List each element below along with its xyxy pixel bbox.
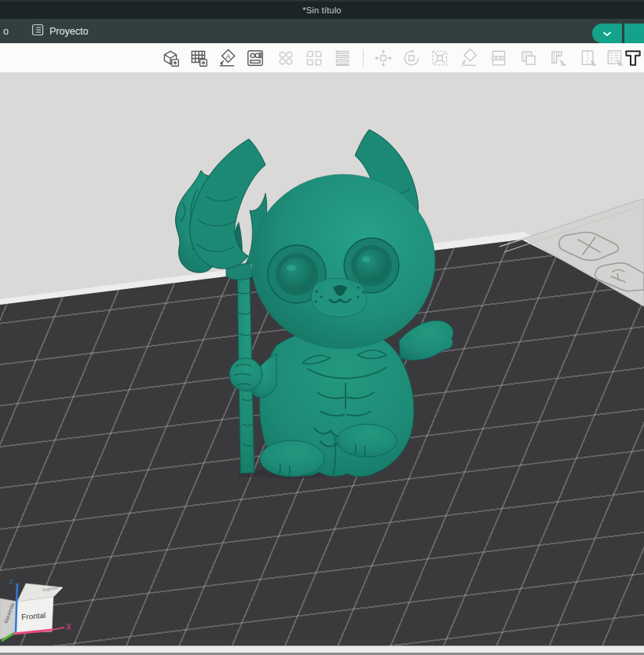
viewport-3d[interactable] <box>0 73 644 655</box>
neighbor-plate[interactable] <box>499 199 644 306</box>
x-axis-line <box>52 628 64 630</box>
chevron-down-icon <box>602 27 612 39</box>
scale-icon[interactable] <box>429 47 451 69</box>
tab-project[interactable]: Proyecto <box>24 19 96 43</box>
svg-text:A: A <box>226 53 231 60</box>
text-tool-icon[interactable] <box>622 47 644 69</box>
slice-action-button[interactable] <box>624 24 644 43</box>
mesh-boolean-icon[interactable] <box>518 47 540 69</box>
x-axis-label: X <box>66 623 71 631</box>
tab-partial-text[interactable]: o <box>3 26 24 37</box>
rotate-icon[interactable] <box>401 47 423 69</box>
move-icon[interactable] <box>372 47 394 69</box>
main-toolbar: A <box>0 43 644 73</box>
slice-split-button <box>592 24 644 43</box>
document-title: *Sin título <box>302 5 341 15</box>
title-bar: *Sin título <box>0 0 644 19</box>
add-plate-icon[interactable] <box>188 47 210 69</box>
tab-bar: o Proyecto <box>0 19 644 43</box>
cut-icon[interactable] <box>488 47 510 69</box>
split-to-objects-icon[interactable] <box>275 47 297 69</box>
seam-paint-icon[interactable] <box>577 47 599 69</box>
slice-dropdown-button[interactable] <box>592 24 622 43</box>
slicer-app-window: *Sin título o Proyecto <box>0 0 644 655</box>
status-strip <box>0 646 644 655</box>
model-demon-chibi[interactable] <box>175 130 453 479</box>
variable-layer-height-icon[interactable] <box>331 47 353 69</box>
add-object-icon[interactable] <box>159 47 181 69</box>
auto-orient-icon[interactable]: A <box>216 47 238 69</box>
muzzle <box>312 278 367 317</box>
paint-support-icon[interactable] <box>547 47 569 69</box>
lay-on-face-icon[interactable] <box>458 47 480 69</box>
left-arm <box>399 320 453 360</box>
view-cube[interactable]: Frontal Izquierda Superior Z X <box>0 578 88 644</box>
arrange-icon[interactable] <box>244 47 266 69</box>
project-list-icon <box>31 24 44 39</box>
split-to-parts-icon[interactable] <box>303 47 325 69</box>
tab-project-label: Proyecto <box>49 26 88 37</box>
toolbar-separator <box>363 49 364 67</box>
z-axis-label: Z <box>9 579 13 584</box>
scene-overlay <box>0 73 644 655</box>
